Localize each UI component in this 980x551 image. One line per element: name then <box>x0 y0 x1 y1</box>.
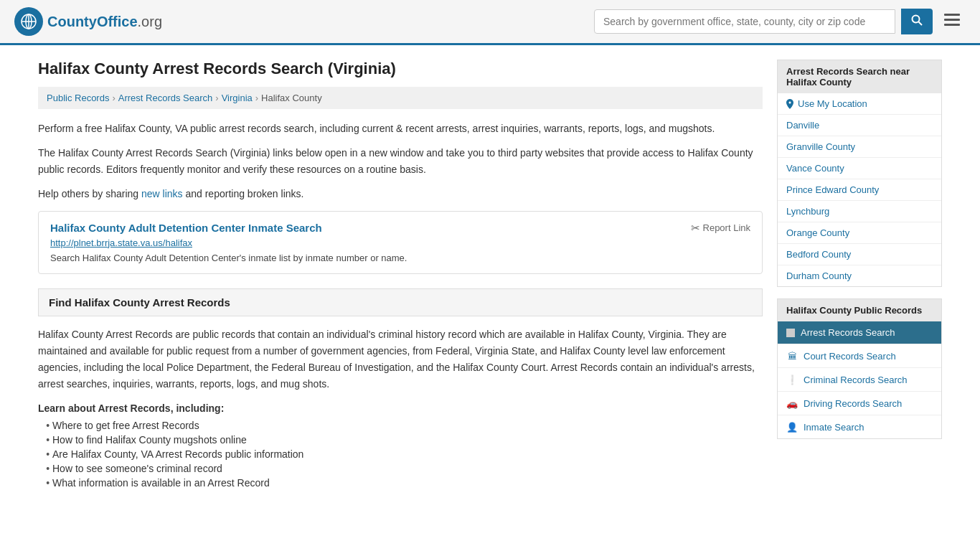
header: CountyOffice.org <box>0 0 980 45</box>
sidebar-item-prince-edward-county[interactable]: Prince Edward County <box>778 179 941 201</box>
menu-button[interactable] <box>938 9 966 34</box>
pub-rec-arrest-records[interactable]: Arrest Records Search <box>778 321 941 344</box>
sidebar: Arrest Records Search near Halifax Count… <box>777 60 942 491</box>
arrest-records-icon <box>786 329 795 337</box>
page-title: Halifax County Arrest Records Search (Vi… <box>38 60 763 78</box>
learn-list: Where to get free Arrest Records How to … <box>52 420 763 489</box>
svg-rect-6 <box>944 14 960 16</box>
svg-point-4 <box>913 16 920 23</box>
inmate-search-icon: 👤 <box>786 421 798 433</box>
description-3: Help others by sharing new links and rep… <box>38 186 763 202</box>
list-item: How to see someone's criminal record <box>52 463 763 474</box>
search-input[interactable] <box>594 9 895 34</box>
breadcrumb-current: Halifax County <box>261 93 322 103</box>
breadcrumb-arrest-records[interactable]: Arrest Records Search <box>118 93 213 103</box>
svg-rect-8 <box>944 24 960 26</box>
link-card: Halifax County Adult Detention Center In… <box>38 211 763 274</box>
learn-section-heading: Learn about Arrest Records, including: <box>38 402 763 414</box>
description-2: The Halifax County Arrest Records Search… <box>38 145 763 177</box>
link-card-title[interactable]: Halifax County Adult Detention Center In… <box>50 222 322 234</box>
public-records-heading: Halifax County Public Records <box>778 299 941 321</box>
pub-rec-driving-records[interactable]: 🚗 Driving Records Search <box>778 392 941 415</box>
search-area <box>594 9 966 34</box>
logo-text: CountyOffice.org <box>47 14 162 30</box>
public-records-section: Halifax County Public Records Arrest Rec… <box>777 298 942 439</box>
find-section-body: Halifax County Arrest Records are public… <box>38 326 763 392</box>
sidebar-item-use-my-location[interactable]: Use My Location <box>778 93 941 115</box>
find-section-heading: Find Halifax County Arrest Records <box>38 288 763 316</box>
list-item: Where to get free Arrest Records <box>52 420 763 431</box>
list-item: Are Halifax County, VA Arrest Records pu… <box>52 448 763 460</box>
sidebar-item-durham-county[interactable]: Durham County <box>778 265 941 286</box>
link-url[interactable]: http://plnet.brrja.state.va.us/halifax <box>50 237 750 248</box>
location-pin-icon <box>786 99 793 109</box>
search-button[interactable] <box>901 9 933 34</box>
sidebar-item-granville-county[interactable]: Granville County <box>778 136 941 158</box>
breadcrumb-public-records[interactable]: Public Records <box>47 93 109 103</box>
link-card-header: Halifax County Adult Detention Center In… <box>50 222 750 235</box>
breadcrumb-virginia[interactable]: Virginia <box>222 93 253 103</box>
court-icon: 🏛 <box>786 350 798 362</box>
sidebar-item-vance-county[interactable]: Vance County <box>778 158 941 179</box>
nearby-heading: Arrest Records Search near Halifax Count… <box>778 60 941 93</box>
report-link-button[interactable]: ✂ Report Link <box>691 222 750 235</box>
logo-area: CountyOffice.org <box>14 7 162 36</box>
criminal-records-icon: ❕ <box>786 374 798 385</box>
pub-rec-court-records[interactable]: 🏛 Court Records Search <box>778 344 941 368</box>
logo-icon <box>14 7 43 36</box>
nearby-section: Arrest Records Search near Halifax Count… <box>777 60 942 287</box>
sidebar-item-lynchburg[interactable]: Lynchburg <box>778 201 941 222</box>
list-item: What information is available in an Arre… <box>52 477 763 489</box>
main-container: Halifax County Arrest Records Search (Vi… <box>24 45 956 506</box>
sidebar-item-orange-county[interactable]: Orange County <box>778 222 941 244</box>
report-icon: ✂ <box>691 222 700 235</box>
svg-line-5 <box>919 22 923 26</box>
breadcrumb: Public Records › Arrest Records Search ›… <box>38 87 763 109</box>
pub-rec-criminal-records[interactable]: ❕ Criminal Records Search <box>778 368 941 392</box>
link-desc: Search Halifax County Adult Detention Ce… <box>50 253 750 263</box>
main-content: Halifax County Arrest Records Search (Vi… <box>38 60 763 491</box>
sidebar-item-bedford-county[interactable]: Bedford County <box>778 244 941 265</box>
pub-rec-inmate-search[interactable]: 👤 Inmate Search <box>778 415 941 438</box>
driving-records-icon: 🚗 <box>786 397 798 409</box>
description-1: Perform a free Halifax County, VA public… <box>38 121 763 136</box>
sidebar-item-danville[interactable]: Danville <box>778 115 941 136</box>
list-item: How to find Halifax County mugshots onli… <box>52 434 763 446</box>
new-links-link[interactable]: new links <box>141 188 183 199</box>
svg-rect-7 <box>944 19 960 21</box>
